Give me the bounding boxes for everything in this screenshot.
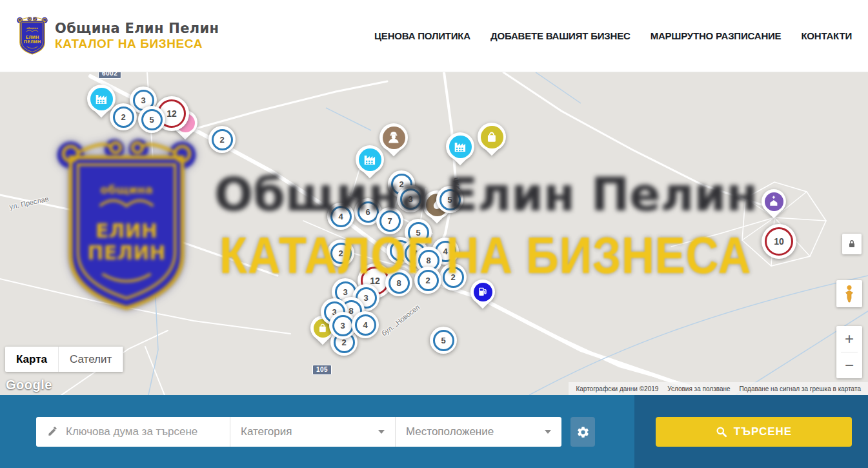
search-input-group: Категория Местоположение xyxy=(36,417,561,447)
map-data-copyright: Картографски данни ©2019 xyxy=(571,385,663,392)
cluster-count: 5 xyxy=(433,330,454,351)
header: община ЕЛИН ПЕЛИН Община Елин Пелин КАТА… xyxy=(0,0,868,72)
location-select[interactable]: Местоположение xyxy=(395,417,561,447)
map-cluster-marker[interactable]: 2 xyxy=(208,126,236,153)
page: община ЕЛИН ПЕЛИН Община Елин Пелин КАТА… xyxy=(0,0,868,468)
map-pin-marker[interactable] xyxy=(356,145,384,184)
map-cluster-marker[interactable]: 2 xyxy=(110,103,137,130)
pegman-streetview-button[interactable] xyxy=(836,280,862,307)
cluster-count: 7 xyxy=(379,210,401,232)
map-cluster-marker[interactable]: 4 xyxy=(327,203,354,230)
category-select[interactable]: Категория xyxy=(230,417,395,447)
advanced-settings-button[interactable] xyxy=(570,417,595,447)
keyword-field-wrap xyxy=(36,417,230,447)
attribution-link[interactable]: Условия за ползване xyxy=(663,385,734,392)
bag-icon xyxy=(484,129,500,145)
map-cluster-marker[interactable]: 3 xyxy=(397,185,424,212)
zoom-control: + − xyxy=(836,326,862,378)
cluster-count: 2 xyxy=(443,267,464,288)
attribution-link[interactable]: Подаване на сигнал за грешка в картата xyxy=(735,385,865,392)
pin-head xyxy=(470,280,495,304)
lock-icon xyxy=(847,239,857,249)
municipality-crest-logo: община ЕЛИН ПЕЛИН xyxy=(16,15,48,57)
cluster-count: 8 xyxy=(389,272,410,294)
map-cluster-marker[interactable]: 8 xyxy=(385,269,412,296)
cluster-count: 2 xyxy=(330,243,352,264)
map-type-control: КартаСателит xyxy=(5,347,123,372)
map-type-map-button[interactable]: Карта xyxy=(5,347,59,372)
map-pin-marker[interactable] xyxy=(470,280,495,314)
road-number-badge: 6002 xyxy=(98,72,121,79)
factory-icon xyxy=(452,139,468,154)
keyword-search-input[interactable] xyxy=(66,425,219,438)
road-number-badge: 105 xyxy=(312,365,332,375)
nav-item[interactable]: ЦЕНОВА ПОЛИТИКА xyxy=(374,30,470,41)
search-submit-button[interactable]: ТЪРСЕНЕ xyxy=(656,417,852,447)
cluster-count: 4 xyxy=(355,314,376,336)
factory-icon xyxy=(362,152,378,167)
search-icon xyxy=(716,426,727,438)
pin-head xyxy=(356,145,384,174)
nav-item[interactable]: КОНТАКТИ xyxy=(801,30,852,41)
map-cluster-marker[interactable]: 2 xyxy=(439,263,467,290)
map-cluster-marker[interactable]: 2 xyxy=(327,239,354,267)
factory-icon xyxy=(94,91,109,107)
map-pin-marker[interactable] xyxy=(446,132,474,171)
nav-item[interactable]: МАРШРУТНО РАЗПИСАНИЕ xyxy=(651,30,782,41)
google-logo[interactable]: Google xyxy=(6,378,52,392)
fullscreen-lock-button[interactable] xyxy=(842,234,862,254)
map-cluster-marker[interactable]: 4 xyxy=(352,311,379,338)
map-canvas[interactable]: община ЕЛИН ПЕЛИН Община Елин Пелин КАТА… xyxy=(0,72,868,395)
cluster-count: 5 xyxy=(439,189,461,210)
map-pin-marker[interactable] xyxy=(762,189,786,224)
cluster-count: 2 xyxy=(418,270,439,291)
search-button-label: ТЪРСЕНЕ xyxy=(734,425,792,438)
pin-head xyxy=(478,123,506,151)
map-pin-marker[interactable] xyxy=(478,123,506,161)
pegman-icon xyxy=(843,285,856,303)
site-title-block: Община Елин Пелин КАТАЛОГ НА БИЗНЕСА xyxy=(55,21,219,51)
svg-text:община: община xyxy=(26,26,38,29)
chevron-down-icon xyxy=(378,430,385,434)
map-cluster-marker[interactable]: 2 xyxy=(414,267,441,294)
cluster-count: 2 xyxy=(113,107,134,128)
zoom-in-button[interactable]: + xyxy=(836,326,862,352)
gear-icon xyxy=(577,426,589,438)
cluster-count: 4 xyxy=(330,206,352,227)
zoom-out-button[interactable]: − xyxy=(836,352,862,378)
church-icon xyxy=(767,195,780,208)
category-select-label: Категория xyxy=(241,425,373,438)
map-attribution: Картографски данни ©2019Условия за ползв… xyxy=(569,382,868,395)
cluster-count: 6 xyxy=(358,201,379,223)
worker-icon xyxy=(386,130,401,145)
search-bar: Категория Местоположение ТЪРСЕНЕ xyxy=(0,395,868,468)
cluster-count: 3 xyxy=(332,315,354,336)
pencil-icon xyxy=(46,426,58,438)
cluster-count: 2 xyxy=(212,129,233,150)
map-type-satellite-button[interactable]: Сателит xyxy=(59,347,123,372)
svg-text:ПЕЛИН: ПЕЛИН xyxy=(24,39,41,45)
cluster-count: 5 xyxy=(141,109,163,130)
site-title: Община Елин Пелин xyxy=(55,21,219,36)
svg-text:ЕЛИН: ЕЛИН xyxy=(25,34,39,39)
fuel-icon xyxy=(476,285,489,298)
map-cluster-marker[interactable]: 5 xyxy=(138,106,165,133)
nav-item[interactable]: ДОБАВЕТЕ ВАШИЯТ БИЗНЕС xyxy=(490,30,631,41)
map-cluster-marker[interactable]: 10 xyxy=(762,224,796,259)
chevron-down-icon xyxy=(545,430,551,434)
pin-head xyxy=(762,189,786,214)
main-nav: ЦЕНОВА ПОЛИТИКАДОБАВЕТЕ ВАШИЯТ БИЗНЕСМАР… xyxy=(374,30,852,41)
map-cluster-marker[interactable]: 7 xyxy=(376,207,403,234)
pin-head xyxy=(446,132,474,161)
site-subtitle: КАТАЛОГ НА БИЗНЕСА xyxy=(55,37,219,51)
map-cluster-marker[interactable]: 5 xyxy=(430,327,457,354)
map-cluster-marker[interactable]: 5 xyxy=(436,186,463,213)
cluster-count: 3 xyxy=(400,188,421,210)
pin-head xyxy=(87,85,116,113)
cluster-count: 10 xyxy=(765,227,793,256)
location-select-label: Местоположение xyxy=(406,425,540,438)
